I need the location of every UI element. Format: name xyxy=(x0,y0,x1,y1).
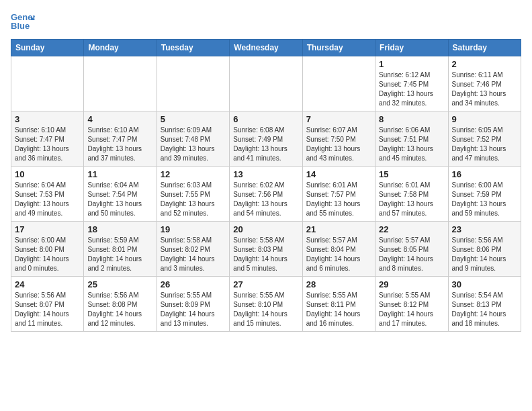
calendar-cell: 12Sunrise: 6:03 AM Sunset: 7:55 PM Dayli… xyxy=(157,167,229,222)
calendar-cell xyxy=(11,56,84,111)
day-info: Sunrise: 5:55 AM Sunset: 8:12 PM Dayligh… xyxy=(379,291,444,328)
calendar-cell: 20Sunrise: 5:58 AM Sunset: 8:03 PM Dayli… xyxy=(230,222,302,277)
day-number: 2 xyxy=(452,59,517,69)
calendar-cell: 24Sunrise: 5:56 AM Sunset: 8:07 PM Dayli… xyxy=(11,277,84,332)
calendar-cell: 29Sunrise: 5:55 AM Sunset: 8:12 PM Dayli… xyxy=(375,277,448,332)
day-info: Sunrise: 6:00 AM Sunset: 8:00 PM Dayligh… xyxy=(15,236,80,273)
day-info: Sunrise: 5:58 AM Sunset: 8:03 PM Dayligh… xyxy=(233,236,298,273)
calendar-cell: 15Sunrise: 6:01 AM Sunset: 7:58 PM Dayli… xyxy=(375,167,448,222)
day-info: Sunrise: 5:54 AM Sunset: 8:13 PM Dayligh… xyxy=(452,291,517,328)
day-number: 13 xyxy=(233,169,298,179)
calendar-cell: 5Sunrise: 6:09 AM Sunset: 7:48 PM Daylig… xyxy=(157,111,229,167)
calendar-cell: 21Sunrise: 5:57 AM Sunset: 8:04 PM Dayli… xyxy=(302,222,375,277)
day-info: Sunrise: 6:00 AM Sunset: 7:59 PM Dayligh… xyxy=(452,181,517,218)
day-number: 8 xyxy=(379,114,444,124)
day-number: 29 xyxy=(379,279,444,289)
weekday-header: Tuesday xyxy=(157,40,229,56)
day-info: Sunrise: 6:04 AM Sunset: 7:53 PM Dayligh… xyxy=(15,181,80,218)
day-info: Sunrise: 6:04 AM Sunset: 7:54 PM Dayligh… xyxy=(87,181,152,218)
day-info: Sunrise: 6:10 AM Sunset: 7:47 PM Dayligh… xyxy=(87,126,152,163)
day-number: 20 xyxy=(233,224,298,234)
calendar-table: SundayMondayTuesdayWednesdayThursdayFrid… xyxy=(11,39,521,332)
calendar-cell: 1Sunrise: 6:12 AM Sunset: 7:45 PM Daylig… xyxy=(375,56,448,111)
day-number: 23 xyxy=(452,224,517,234)
day-number: 30 xyxy=(452,279,517,289)
day-number: 14 xyxy=(306,169,371,179)
calendar-cell: 27Sunrise: 5:55 AM Sunset: 8:10 PM Dayli… xyxy=(230,277,302,332)
calendar-cell: 10Sunrise: 6:04 AM Sunset: 7:53 PM Dayli… xyxy=(11,167,84,222)
calendar-cell: 30Sunrise: 5:54 AM Sunset: 8:13 PM Dayli… xyxy=(448,277,521,332)
logo: General Blue xyxy=(11,11,35,31)
calendar-cell: 26Sunrise: 5:55 AM Sunset: 8:09 PM Dayli… xyxy=(157,277,229,332)
day-number: 11 xyxy=(87,169,152,179)
day-number: 1 xyxy=(379,59,444,69)
weekday-header: Friday xyxy=(375,40,448,56)
day-info: Sunrise: 6:01 AM Sunset: 7:57 PM Dayligh… xyxy=(306,181,371,218)
day-info: Sunrise: 6:01 AM Sunset: 7:58 PM Dayligh… xyxy=(379,181,444,218)
day-info: Sunrise: 6:06 AM Sunset: 7:51 PM Dayligh… xyxy=(379,126,444,163)
calendar-cell: 17Sunrise: 6:00 AM Sunset: 8:00 PM Dayli… xyxy=(11,222,84,277)
logo-icon: General Blue xyxy=(11,11,35,31)
calendar-cell: 25Sunrise: 5:56 AM Sunset: 8:08 PM Dayli… xyxy=(84,277,157,332)
weekday-header: Saturday xyxy=(448,40,521,56)
calendar-cell: 18Sunrise: 5:59 AM Sunset: 8:01 PM Dayli… xyxy=(84,222,157,277)
day-number: 27 xyxy=(233,279,298,289)
day-number: 6 xyxy=(233,114,298,124)
calendar-cell: 2Sunrise: 6:11 AM Sunset: 7:46 PM Daylig… xyxy=(448,56,521,111)
day-number: 9 xyxy=(452,114,517,124)
page-header: General Blue xyxy=(11,11,521,31)
day-number: 22 xyxy=(379,224,444,234)
calendar-cell: 11Sunrise: 6:04 AM Sunset: 7:54 PM Dayli… xyxy=(84,167,157,222)
day-number: 28 xyxy=(306,279,371,289)
day-number: 26 xyxy=(161,279,226,289)
day-info: Sunrise: 5:56 AM Sunset: 8:07 PM Dayligh… xyxy=(15,291,80,328)
day-number: 4 xyxy=(87,114,152,124)
calendar-cell: 7Sunrise: 6:07 AM Sunset: 7:50 PM Daylig… xyxy=(302,111,375,167)
calendar-cell: 8Sunrise: 6:06 AM Sunset: 7:51 PM Daylig… xyxy=(375,111,448,167)
day-info: Sunrise: 5:59 AM Sunset: 8:01 PM Dayligh… xyxy=(87,236,152,273)
day-number: 16 xyxy=(452,169,517,179)
day-number: 10 xyxy=(15,169,80,179)
calendar-week-row: 24Sunrise: 5:56 AM Sunset: 8:07 PM Dayli… xyxy=(11,277,521,332)
day-info: Sunrise: 5:55 AM Sunset: 8:09 PM Dayligh… xyxy=(161,291,226,328)
day-info: Sunrise: 6:05 AM Sunset: 7:52 PM Dayligh… xyxy=(452,126,517,163)
calendar-week-row: 17Sunrise: 6:00 AM Sunset: 8:00 PM Dayli… xyxy=(11,222,521,277)
calendar-week-row: 10Sunrise: 6:04 AM Sunset: 7:53 PM Dayli… xyxy=(11,167,521,222)
day-info: Sunrise: 5:55 AM Sunset: 8:11 PM Dayligh… xyxy=(306,291,371,328)
day-info: Sunrise: 5:57 AM Sunset: 8:04 PM Dayligh… xyxy=(306,236,371,273)
day-info: Sunrise: 5:56 AM Sunset: 8:08 PM Dayligh… xyxy=(87,291,152,328)
calendar-cell: 14Sunrise: 6:01 AM Sunset: 7:57 PM Dayli… xyxy=(302,167,375,222)
svg-text:Blue: Blue xyxy=(11,21,30,31)
day-number: 15 xyxy=(379,169,444,179)
calendar-cell: 6Sunrise: 6:08 AM Sunset: 7:49 PM Daylig… xyxy=(230,111,302,167)
calendar-week-row: 3Sunrise: 6:10 AM Sunset: 7:47 PM Daylig… xyxy=(11,111,521,167)
day-number: 19 xyxy=(161,224,226,234)
calendar-cell: 28Sunrise: 5:55 AM Sunset: 8:11 PM Dayli… xyxy=(302,277,375,332)
day-info: Sunrise: 6:11 AM Sunset: 7:46 PM Dayligh… xyxy=(452,71,517,108)
calendar-cell: 13Sunrise: 6:02 AM Sunset: 7:56 PM Dayli… xyxy=(230,167,302,222)
day-number: 18 xyxy=(87,224,152,234)
calendar-cell xyxy=(230,56,302,111)
day-number: 25 xyxy=(87,279,152,289)
calendar-cell: 22Sunrise: 5:57 AM Sunset: 8:05 PM Dayli… xyxy=(375,222,448,277)
calendar-week-row: 1Sunrise: 6:12 AM Sunset: 7:45 PM Daylig… xyxy=(11,56,521,111)
weekday-header: Monday xyxy=(84,40,157,56)
day-info: Sunrise: 6:10 AM Sunset: 7:47 PM Dayligh… xyxy=(15,126,80,163)
calendar-cell xyxy=(84,56,157,111)
day-info: Sunrise: 6:07 AM Sunset: 7:50 PM Dayligh… xyxy=(306,126,371,163)
calendar-header-row: SundayMondayTuesdayWednesdayThursdayFrid… xyxy=(11,40,521,56)
day-number: 12 xyxy=(161,169,226,179)
day-info: Sunrise: 6:09 AM Sunset: 7:48 PM Dayligh… xyxy=(161,126,226,163)
day-info: Sunrise: 6:12 AM Sunset: 7:45 PM Dayligh… xyxy=(379,71,444,108)
day-info: Sunrise: 5:58 AM Sunset: 8:02 PM Dayligh… xyxy=(161,236,226,273)
calendar-cell: 9Sunrise: 6:05 AM Sunset: 7:52 PM Daylig… xyxy=(448,111,521,167)
calendar-cell: 16Sunrise: 6:00 AM Sunset: 7:59 PM Dayli… xyxy=(448,167,521,222)
weekday-header: Thursday xyxy=(302,40,375,56)
day-info: Sunrise: 5:55 AM Sunset: 8:10 PM Dayligh… xyxy=(233,291,298,328)
day-info: Sunrise: 5:57 AM Sunset: 8:05 PM Dayligh… xyxy=(379,236,444,273)
day-info: Sunrise: 6:02 AM Sunset: 7:56 PM Dayligh… xyxy=(233,181,298,218)
day-info: Sunrise: 6:08 AM Sunset: 7:49 PM Dayligh… xyxy=(233,126,298,163)
day-number: 5 xyxy=(161,114,226,124)
calendar-cell: 3Sunrise: 6:10 AM Sunset: 7:47 PM Daylig… xyxy=(11,111,84,167)
calendar-cell: 23Sunrise: 5:56 AM Sunset: 8:06 PM Dayli… xyxy=(448,222,521,277)
